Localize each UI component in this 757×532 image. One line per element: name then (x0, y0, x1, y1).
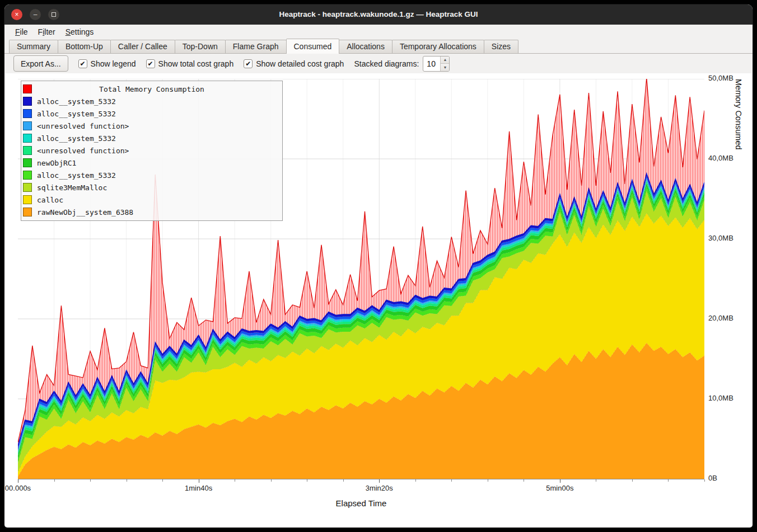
checkbox-show-total-cost-graph[interactable]: ✔Show total cost graph (146, 59, 234, 68)
x-tick-mark (524, 479, 524, 482)
x-tick-mark (488, 479, 488, 482)
checkbox-show-legend[interactable]: ✔Show legend (78, 59, 136, 68)
checkmark-icon: ✔ (244, 59, 253, 68)
stacked-diagrams-control: Stacked diagrams: 10 ▲ ▼ (354, 56, 450, 72)
minimize-button[interactable]: – (30, 9, 41, 20)
legend-item: rawNewObj__system_6388 (21, 206, 282, 218)
legend-item: alloc__system_5332 (21, 169, 282, 181)
stacked-diagrams-spinbox[interactable]: 10 ▲ ▼ (423, 56, 450, 72)
legend-swatch (23, 195, 32, 204)
x-tick-mark (451, 479, 452, 482)
legend-label: newObjRC1 (37, 159, 76, 167)
legend-item: newObjRC1 (21, 157, 282, 169)
chevron-down-icon: ▼ (443, 65, 447, 69)
titlebar[interactable]: × – Heaptrack - heaptrack.wakunode.1.gz … (4, 4, 753, 25)
maximize-icon (52, 12, 56, 17)
menu-settings[interactable]: Settings (60, 26, 99, 37)
legend-item: <unresolved function> (21, 120, 282, 132)
toolbar: Export As... ✔Show legend✔Show total cos… (4, 54, 753, 73)
legend-item: calloc (21, 194, 282, 206)
tab-bottom-up[interactable]: Bottom-Up (58, 40, 111, 53)
x-tick-mark (271, 479, 272, 482)
legend-item: alloc__system_5332 (21, 95, 282, 107)
x-tick-mark (668, 479, 669, 482)
app-window: × – Heaptrack - heaptrack.wakunode.1.gz … (4, 4, 753, 528)
x-tick-mark (90, 479, 91, 482)
legend-swatch (23, 208, 32, 216)
legend-label: alloc__system_5332 (37, 171, 116, 180)
checkbox-show-detailed-cost-graph[interactable]: ✔Show detailed cost graph (244, 59, 344, 68)
tab-sizes[interactable]: Sizes (484, 40, 518, 53)
legend-label: <unresolved function> (37, 147, 129, 155)
spinbox-buttons: ▲ ▼ (440, 57, 449, 71)
legend-item: alloc__system_5332 (21, 132, 282, 144)
x-tick-mark (596, 479, 596, 482)
legend-swatch (23, 97, 32, 106)
tab-bar: SummaryBottom-UpCaller / CalleeTop-DownF… (4, 39, 753, 54)
chart-legend: Total Memory Consumptionalloc__system_53… (21, 81, 283, 221)
y-tick-label: 40,0MB (708, 154, 747, 162)
y-tick-label: 30,0MB (708, 234, 747, 242)
menu-filter[interactable]: Filter (33, 26, 60, 37)
y-tick-label: 20,0MB (708, 314, 747, 322)
x-tick-mark (235, 479, 235, 482)
close-button[interactable]: × (11, 9, 22, 20)
x-axis-line (18, 479, 704, 479)
checkbox-label: Show legend (91, 59, 136, 68)
tab-consumed[interactable]: Consumed (286, 39, 340, 54)
legend-title: Total Memory Consumption (21, 85, 282, 93)
checkmark-icon: ✔ (146, 59, 155, 68)
stacked-diagrams-label: Stacked diagrams: (354, 59, 419, 68)
window-title: Heaptrack - heaptrack.wakunode.1.gz — He… (4, 4, 753, 25)
x-tick-mark (560, 479, 560, 483)
legend-swatch (23, 183, 32, 192)
legend-label: <unresolved function> (37, 122, 129, 130)
toolbar-checkboxes: ✔Show legend✔Show total cost graph✔Show … (78, 59, 344, 68)
tab-summary[interactable]: Summary (9, 40, 58, 53)
spin-up-button[interactable]: ▲ (441, 57, 449, 64)
legend-swatch (23, 109, 32, 118)
legend-item: alloc__system_5332 (21, 107, 282, 120)
legend-swatch (23, 134, 32, 143)
export-as-button[interactable]: Export As... (13, 55, 68, 72)
legend-label: alloc__system_5332 (37, 110, 116, 118)
legend-item: <unresolved function> (21, 144, 282, 157)
chevron-up-icon: ▲ (443, 58, 447, 62)
legend-label: calloc (37, 196, 63, 204)
tab-flame-graph[interactable]: Flame Graph (225, 40, 287, 53)
legend-swatch (23, 171, 32, 180)
legend-item: sqlite3MemMalloc (21, 181, 282, 194)
maximize-button[interactable] (48, 9, 59, 20)
menubar: FileFilterSettings (4, 25, 753, 39)
x-tick-label: 00.000s (4, 484, 43, 492)
legend-swatch (23, 121, 32, 130)
window-controls: × – (11, 9, 59, 20)
tab-caller-callee[interactable]: Caller / Callee (110, 40, 175, 53)
legend-label: sqlite3MemMalloc (37, 183, 107, 192)
checkbox-label: Show detailed cost graph (256, 59, 344, 68)
x-tick-mark (127, 479, 127, 482)
chart-area: Elapsed Time Memory Consumed Total Memor… (5, 73, 752, 526)
tab-temporary-allocations[interactable]: Temporary Allocations (392, 40, 484, 53)
y-tick-label: 50,0MB (708, 74, 747, 82)
screen: × – Heaptrack - heaptrack.wakunode.1.gz … (0, 0, 757, 532)
spinbox-value: 10 (423, 57, 440, 71)
x-tick-mark (162, 479, 163, 482)
x-tick-mark (379, 479, 380, 483)
legend-label: rawNewObj__system_6388 (37, 208, 133, 216)
x-tick-mark (704, 479, 705, 482)
tab-allocations[interactable]: Allocations (339, 40, 392, 53)
x-tick-mark (415, 479, 416, 482)
x-tick-label: 3min20s (354, 484, 404, 492)
menu-file[interactable]: File (10, 26, 33, 37)
x-tick-mark (343, 479, 344, 482)
x-tick-label: 5min00s (535, 484, 585, 492)
spin-down-button[interactable]: ▼ (441, 63, 449, 71)
checkbox-label: Show total cost graph (158, 59, 234, 68)
tab-top-down[interactable]: Top-Down (175, 40, 226, 53)
legend-label: alloc__system_5332 (37, 97, 116, 106)
close-icon: × (15, 11, 18, 18)
x-axis-title: Elapsed Time (18, 498, 704, 508)
legend-title-row: Total Memory Consumption (21, 83, 282, 95)
legend-swatch (23, 146, 32, 155)
